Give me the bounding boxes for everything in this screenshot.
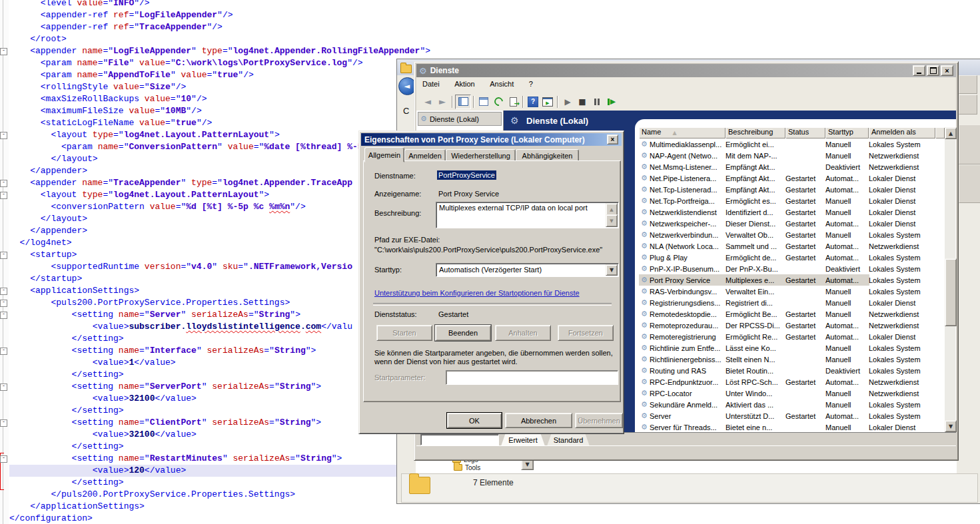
fold-collapse-icon[interactable]: - bbox=[0, 48, 7, 55]
service-row[interactable]: ⚙Net.Tcp-Listenerad...Empfängt Akt...Ges… bbox=[639, 184, 945, 195]
filter-input[interactable] bbox=[420, 434, 499, 445]
export-list-button[interactable]: → bbox=[506, 95, 520, 109]
service-row[interactable]: ⚙PnP-X-IP-Busenum...Der PnP-X-Bu...Deakt… bbox=[639, 263, 945, 274]
menu-datei[interactable]: Datei bbox=[416, 77, 446, 91]
service-row[interactable]: ⚙Richtlinie zum Entfe...Lässt eine Ko...… bbox=[639, 342, 945, 354]
service-row[interactable]: ⚙Netzwerkspeicher-...Dieser Dienst...Ges… bbox=[639, 218, 945, 229]
service-row[interactable]: ⚙RPC-Endpunktzuor...Löst RPC-Sch...Gesta… bbox=[639, 376, 945, 388]
cell-name: RAS-Verbindungsv... bbox=[650, 288, 726, 296]
service-row[interactable]: ⚙Routing und RASBietet Routin...Deaktivi… bbox=[639, 365, 945, 376]
service-row[interactable]: ⚙Remotedesktopdie...Ermöglicht Be...Gest… bbox=[639, 308, 945, 320]
anhalten-button[interactable]: Anhalten bbox=[495, 325, 551, 341]
tab-erweitert[interactable]: Erweitert bbox=[501, 433, 545, 446]
fold-collapse-icon[interactable]: - bbox=[0, 455, 7, 463]
tree-item-tools[interactable]: Tools bbox=[454, 463, 480, 471]
service-gear-icon: ⚙ bbox=[639, 174, 650, 182]
fold-collapse-icon[interactable]: - bbox=[0, 384, 7, 391]
service-row[interactable]: ⚙Server für Threads...Bietet eine n...Ma… bbox=[639, 421, 945, 433]
abbrechen-button[interactable]: Abbrechen bbox=[505, 413, 572, 428]
scrollbar-thumb[interactable] bbox=[945, 258, 957, 326]
services-titlebar[interactable]: ⚙ Dienste × bbox=[416, 64, 956, 77]
service-row[interactable]: ⚙RAS-Verbindungsv...Verwaltet Ein...Manu… bbox=[639, 286, 945, 297]
service-row[interactable]: ⚙Net.Pipe-Listenera...Empfängt Akt...Ges… bbox=[639, 172, 945, 184]
column-header-beschreibung[interactable]: Beschreibung bbox=[726, 127, 785, 138]
column-header-name[interactable]: Name ▲ bbox=[639, 127, 726, 138]
maximize-button[interactable] bbox=[927, 65, 939, 76]
help-button[interactable]: ? bbox=[526, 95, 540, 109]
dialog-close-button[interactable]: × bbox=[607, 134, 618, 144]
fortsetzen-button[interactable]: Fortsetzen bbox=[558, 325, 614, 341]
service-row[interactable]: ⚙RemoteregistrierungErmöglicht Re...Gest… bbox=[639, 331, 945, 342]
service-row[interactable]: ⚙RPC-LocatorUnter Windo...ManuellNetzwer… bbox=[639, 388, 945, 399]
service-row[interactable]: ⚙NLA (Network Loca...Sammelt und ...Gest… bbox=[639, 240, 945, 252]
starttyp-dropdown[interactable]: Automatisch (Verzögerter Start) ▼ bbox=[436, 263, 619, 277]
start-service-button[interactable]: ▶ bbox=[560, 95, 575, 109]
fold-collapse-icon[interactable]: - bbox=[0, 252, 7, 259]
fold-collapse-icon[interactable]: - bbox=[0, 419, 7, 427]
dienstname-value[interactable]: PortProxyService bbox=[437, 170, 496, 180]
explorer-right-panel-segment[interactable] bbox=[959, 125, 980, 164]
menu-ansicht[interactable]: Ansicht bbox=[484, 77, 520, 91]
service-row[interactable]: ⚙Netzwerkverbindun...Verwaltet Ob...Gest… bbox=[639, 229, 945, 240]
close-button[interactable]: × bbox=[941, 65, 953, 76]
fold-collapse-icon[interactable]: - bbox=[0, 132, 7, 139]
explorer-right-panel-segment[interactable] bbox=[959, 75, 977, 94]
column-header-anmelden[interactable]: Anmelden als bbox=[869, 127, 935, 138]
properties-button[interactable] bbox=[476, 95, 491, 109]
tab-standard[interactable]: Standard bbox=[547, 433, 590, 446]
arrow-down-icon: ▼ bbox=[610, 218, 613, 224]
service-row[interactable]: ⚙Net.Msmq-Listener...Empfängt Akt...Deak… bbox=[639, 161, 945, 172]
beenden-button[interactable]: Beenden bbox=[435, 325, 491, 341]
starten-button[interactable]: Starten bbox=[376, 325, 432, 341]
minimize-button[interactable] bbox=[913, 65, 925, 76]
scroll-down-button[interactable]: ▼ bbox=[606, 214, 618, 227]
startparameter-input[interactable] bbox=[446, 370, 618, 385]
menu-hilfe[interactable]: ? bbox=[523, 77, 539, 91]
pause-service-button[interactable] bbox=[590, 95, 604, 109]
cell-name: Net.Pipe-Listenera... bbox=[650, 174, 726, 182]
column-header-status[interactable]: Status bbox=[785, 127, 825, 138]
fold-collapse-icon[interactable]: - bbox=[0, 180, 7, 187]
service-row[interactable]: ⚙Multimediaklassenpl...Ermöglicht ei...M… bbox=[639, 138, 945, 150]
fold-collapse-icon[interactable]: - bbox=[0, 288, 7, 295]
service-row[interactable]: ⚙ServerUnterstützt D...GestartetAutomat.… bbox=[639, 410, 945, 421]
explorer-right-panel-segment[interactable] bbox=[959, 95, 977, 115]
fold-collapse-icon[interactable]: - bbox=[0, 300, 7, 307]
console-tree-toggle-button[interactable] bbox=[455, 95, 471, 109]
tab-allgemein[interactable]: Allgemein bbox=[364, 147, 404, 162]
dropdown-button[interactable]: ▼ bbox=[606, 264, 618, 276]
service-row[interactable]: ⚙Net.Tcp-Portfreiga...Ermöglicht es...Ge… bbox=[639, 195, 945, 206]
extended-view-button[interactable]: ▶ bbox=[540, 95, 555, 109]
service-row[interactable]: ⚙Sekundäre Anmeld...Aktiviert das ...Man… bbox=[639, 399, 945, 410]
service-row[interactable]: ⚙Remoteprozedurau...Der RPCSS-Di...Gesta… bbox=[639, 320, 945, 331]
beschreibung-textbox[interactable]: Multiplexes external TCP/IP data on loca… bbox=[436, 202, 619, 228]
scroll-up-button[interactable]: ▲ bbox=[945, 127, 957, 139]
ok-button[interactable]: OK bbox=[447, 413, 502, 428]
menu-aktion[interactable]: Aktion bbox=[448, 77, 481, 91]
vertical-scrollbar[interactable]: ▲ ▼ bbox=[945, 127, 955, 431]
cell-desc: Der PnP-X-Bu... bbox=[726, 265, 785, 273]
arrow-up-icon: ▲ bbox=[610, 207, 613, 212]
restart-service-button[interactable]: ▶ bbox=[604, 95, 619, 109]
fold-collapse-icon[interactable]: - bbox=[0, 312, 7, 319]
dialog-titlebar[interactable]: Eigenschaften von Port Proxy Service (Lo… bbox=[361, 133, 622, 146]
service-row[interactable]: ⚙Registrierungsdiens...Registriert di...… bbox=[639, 297, 945, 308]
service-row[interactable]: ⚙NetzwerklistendienstIdentifiziert d...G… bbox=[639, 206, 945, 218]
stop-service-button[interactable]: ■ bbox=[575, 95, 590, 109]
startoptions-help-link[interactable]: Unterstützung beim Konfigurieren der Sta… bbox=[374, 289, 580, 297]
fold-collapse-icon[interactable]: - bbox=[0, 192, 7, 199]
scroll-down-button[interactable]: ▼ bbox=[945, 420, 957, 432]
tree-node-dienste-lokal[interactable]: ⚙ Dienste (Lokal) bbox=[418, 112, 502, 126]
refresh-button[interactable] bbox=[491, 95, 506, 109]
service-row[interactable]: ⚙Richtlinienergebniss...Stellt einen N..… bbox=[639, 354, 945, 365]
service-row[interactable]: ⚙Port Proxy ServiceMultiplexes e...Gesta… bbox=[639, 274, 945, 286]
cell-logon: Lokaler Dienst bbox=[869, 186, 935, 194]
back-button[interactable]: ◄ bbox=[420, 95, 435, 109]
uebernehmen-button[interactable]: Übernehmen bbox=[575, 413, 623, 428]
service-row[interactable]: ⚙Plug & PlayErmöglicht de...GestartetAut… bbox=[639, 252, 945, 263]
column-header-starttyp[interactable]: Starttyp bbox=[825, 127, 869, 138]
service-row[interactable]: ⚙NAP-Agent (Netwo...Mit dem NAP-...Manue… bbox=[639, 150, 945, 161]
forward-button[interactable]: ► bbox=[435, 95, 450, 109]
explorer-right-panel-segment[interactable] bbox=[959, 164, 980, 203]
fold-collapse-icon[interactable]: - bbox=[0, 348, 7, 355]
